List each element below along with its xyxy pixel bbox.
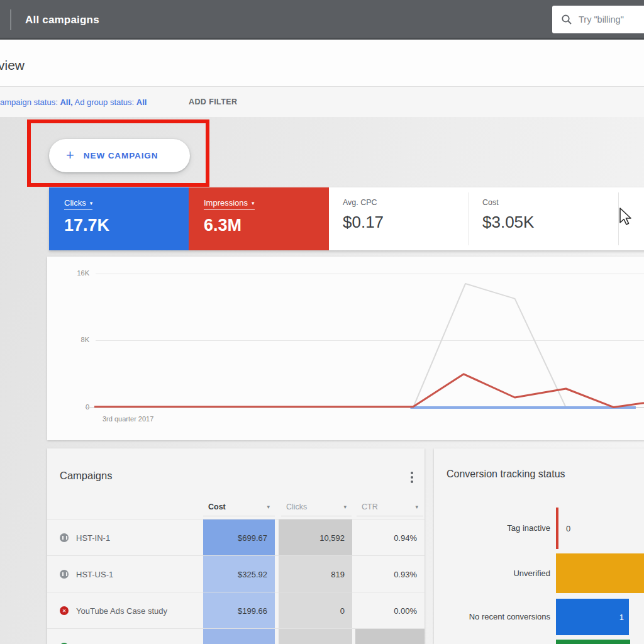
campaign-name: HST-US-1 [76, 570, 113, 579]
sort-arrow-icon: ▾ [343, 504, 347, 510]
conversion-category-label: Tag inactive [443, 508, 550, 549]
clicks-cell [279, 629, 352, 644]
scorecard-impressions-label: Impressions [204, 198, 248, 208]
clicks-cell: 0 [279, 592, 352, 629]
search-icon [561, 14, 572, 25]
campaign-status-label: ampaign status: [0, 97, 58, 107]
ctr-header-label: CTR [362, 502, 378, 511]
table-row: HST-US-1 $325.92 819 0.93% [47, 555, 425, 592]
conversion-tracking-card: Conversion tracking status Tag inactive … [434, 448, 644, 644]
campaign-status-value: All, [60, 97, 72, 107]
scorecard-plain-group: Avg. CPC $0.17 Cost $3.05K [329, 187, 644, 250]
campaigns-card: Campaigns Cost ▾ Clicks ▾ CTR ▾ HST-IN-1… [47, 448, 425, 644]
overview-chart-card: 16K 8K 0 3rd quarter 2017 [47, 257, 644, 440]
red-line [94, 374, 644, 408]
bar-unverified [556, 553, 644, 593]
google-ads-overview-screen: All campaigns Try "billing" view ampaign… [0, 0, 644, 644]
ad-group-status-label: Ad group status: [75, 97, 135, 107]
ctr-cell: 0.94% [355, 519, 425, 556]
cost-cell: $199.66 [203, 592, 275, 629]
bar-tag-inactive [556, 508, 558, 549]
annotation-highlight-box [27, 119, 209, 187]
table-row: YouTube Ads Case study $199.66 0 0.00% [47, 592, 425, 629]
page-context-title: All campaigns [25, 0, 99, 40]
campaign-status-icon [60, 570, 69, 579]
x-axis-label: 3rd quarter 2017 [103, 415, 153, 423]
column-header-ctr[interactable]: CTR ▾ [357, 497, 423, 516]
chevron-down-icon: ▾ [252, 200, 255, 206]
top-bar: All campaigns Try "billing" [0, 0, 644, 40]
campaign-name-cell[interactable]: YouTube Ads Case study [47, 592, 203, 629]
search-input[interactable]: Try "billing" [552, 6, 644, 33]
cost-label: Cost [482, 198, 534, 207]
bar-no-recent-conversions: 1 [556, 599, 629, 635]
column-header-clicks[interactable]: Clicks ▾ [281, 497, 352, 516]
scorecard-clicks[interactable]: Clicks ▾ 17.7K [49, 187, 189, 250]
ctr-cell: 0.00% [355, 592, 425, 629]
avg-cpc-label: Avg. CPC [343, 198, 384, 207]
table-row [47, 628, 425, 644]
campaigns-card-title: Campaigns [60, 470, 112, 482]
sort-arrow-icon: ▾ [267, 504, 270, 510]
cost-value: $3.05K [482, 213, 534, 232]
add-filter-button[interactable]: ADD FILTER [189, 97, 237, 106]
cost-header-label: Cost [208, 502, 226, 511]
clicks-cell: 819 [279, 556, 352, 592]
bar-bottom-clipped [556, 640, 630, 644]
status-filter-link[interactable]: ampaign status: All, Ad group status: Al… [0, 97, 147, 107]
scorecard-clicks-label: Clicks [64, 198, 86, 208]
conversion-card-title: Conversion tracking status [447, 469, 565, 480]
campaign-name: YouTube Ads Case study [76, 606, 167, 616]
scorecard-cost[interactable]: Cost $3.05K [482, 187, 534, 250]
mouse-cursor [619, 208, 633, 229]
scorecard-clicks-value: 17.7K [64, 216, 189, 235]
conversion-category-label: No recent conversions [443, 599, 550, 635]
cost-cell: $325.92 [203, 556, 275, 592]
ctr-cell: 0.93% [355, 556, 425, 592]
sort-arrow-icon: ▾ [415, 504, 418, 510]
topbar-divider [10, 9, 11, 30]
ctr-cell [355, 629, 425, 644]
conversion-category-label [443, 640, 550, 644]
column-header-cost[interactable]: Cost ▾ [203, 497, 275, 516]
campaign-name-cell[interactable]: HST-IN-1 [47, 519, 203, 556]
bar-value-label: 1 [619, 599, 624, 635]
campaign-status-icon [60, 533, 69, 542]
table-row: HST-IN-1 $699.67 10,592 0.94% [47, 519, 425, 556]
chevron-down-icon: ▾ [90, 200, 93, 206]
heading-band [0, 40, 644, 87]
campaign-name-cell[interactable] [47, 629, 203, 644]
campaign-name-cell[interactable]: HST-US-1 [47, 556, 203, 592]
campaign-status-icon [60, 606, 69, 615]
campaign-name: HST-IN-1 [76, 533, 110, 543]
bar-value-label: 0 [566, 508, 570, 549]
cost-cell [203, 629, 275, 644]
scorecards-row: Clicks ▾ 17.7K Impressions ▾ 6.3M Avg. C… [49, 187, 644, 250]
clicks-header-label: Clicks [286, 502, 307, 511]
ad-group-status-value: All [136, 97, 147, 107]
clicks-cell: 10,592 [279, 519, 352, 556]
scorecard-impressions-value: 6.3M [204, 216, 329, 235]
performance-line-chart [47, 257, 644, 440]
kebab-menu-icon[interactable] [411, 476, 413, 479]
page-title: view [0, 58, 25, 73]
metric-divider [469, 192, 469, 245]
search-placeholder: Try "billing" [579, 14, 624, 25]
cost-cell: $699.67 [203, 519, 275, 556]
scorecard-avg-cpc[interactable]: Avg. CPC $0.17 [343, 187, 384, 250]
conversion-category-label: Unverified [443, 553, 550, 593]
scorecard-impressions[interactable]: Impressions ▾ 6.3M [189, 187, 329, 250]
avg-cpc-value: $0.17 [343, 213, 384, 232]
